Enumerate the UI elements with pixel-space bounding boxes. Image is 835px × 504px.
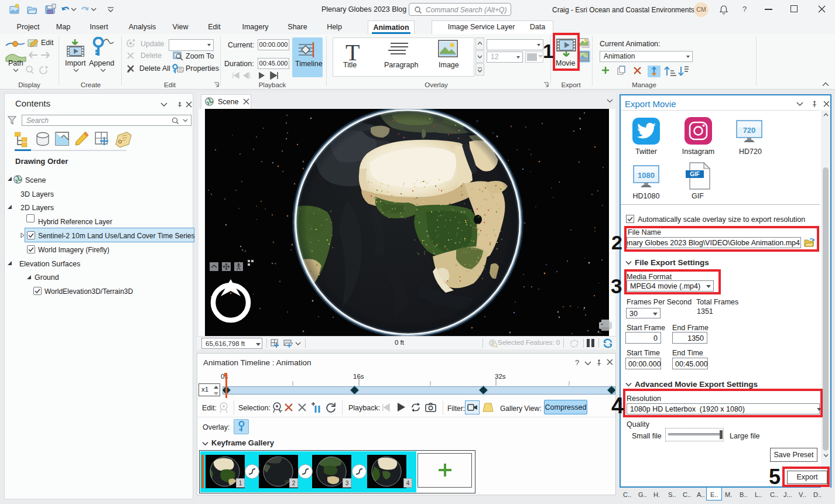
svg-text:Edit: Edit bbox=[41, 39, 54, 47]
svg-text:GIF: GIF bbox=[690, 171, 700, 177]
svg-text:720: 720 bbox=[743, 126, 756, 135]
svg-text:1080: 1080 bbox=[638, 171, 655, 180]
